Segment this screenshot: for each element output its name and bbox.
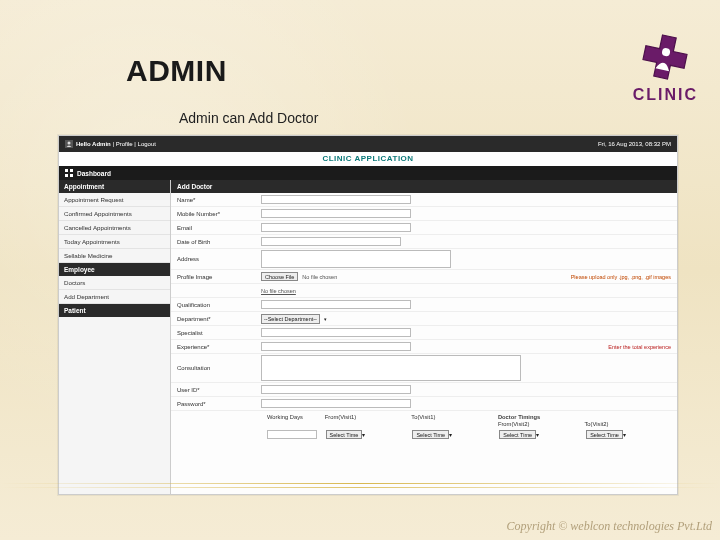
day-field[interactable] — [267, 430, 317, 439]
svg-rect-3 — [65, 169, 68, 172]
greeting-text: Hello Admin | Profile | Logout — [76, 141, 156, 147]
consultation-field[interactable] — [261, 355, 521, 381]
label-mobile: Mobile Number* — [171, 211, 261, 217]
mobile-field[interactable] — [261, 209, 411, 218]
sidebar-item[interactable]: Sellable Medicine — [59, 249, 170, 263]
user-greeting: Hello Admin | Profile | Logout — [65, 140, 156, 148]
col-from2: From(Visit2) — [498, 420, 585, 428]
sidebar-item[interactable]: Appointment Request — [59, 193, 170, 207]
form-head: Add Doctor — [171, 180, 677, 193]
label-name: Name* — [171, 197, 261, 203]
sidebar-item-doctors[interactable]: Doctors — [59, 276, 170, 290]
svg-rect-5 — [65, 174, 68, 177]
userid-field[interactable] — [261, 385, 411, 394]
label-email: Email — [171, 225, 261, 231]
no-file-text: No file chosen — [302, 274, 337, 280]
name-field[interactable] — [261, 195, 411, 204]
no-file-link[interactable]: No file chosen — [261, 288, 296, 294]
choose-file-button[interactable]: Choose File — [261, 272, 298, 281]
address-field[interactable] — [261, 250, 451, 268]
label-address: Address — [171, 256, 261, 262]
slide-subtitle: Admin can Add Doctor — [179, 110, 318, 126]
avatar-icon — [65, 140, 73, 148]
app-screenshot: Hello Admin | Profile | Logout Fri, 16 A… — [58, 135, 678, 495]
department-select[interactable]: --Select Department-- — [261, 314, 320, 324]
label-consultation: Consultation — [171, 365, 261, 371]
decorative-line — [0, 483, 720, 484]
svg-point-2 — [68, 142, 71, 145]
brand-logo: CLINIC — [633, 30, 698, 104]
to2-select[interactable]: Select Time — [586, 430, 623, 439]
specialist-field[interactable] — [261, 328, 411, 337]
sidebar: Appointment Appointment Request Confirme… — [59, 180, 171, 494]
email-field[interactable] — [261, 223, 411, 232]
label-specialist: Specialist — [171, 330, 261, 336]
sidebar-head-appointment: Appointment — [59, 180, 170, 193]
dashboard-icon — [65, 169, 73, 177]
sidebar-item[interactable]: Today Appointments — [59, 235, 170, 249]
password-field[interactable] — [261, 399, 411, 408]
datetime-text: Fri, 16 Aug 2013, 08:32 PM — [598, 141, 671, 147]
from2-select[interactable]: Select Time — [499, 430, 536, 439]
from1-select[interactable]: Select Time — [326, 430, 363, 439]
dob-field[interactable] — [261, 237, 401, 246]
decorative-line — [0, 487, 720, 488]
dashboard-label: Dashboard — [77, 170, 111, 177]
label-department: Department* — [171, 316, 261, 322]
copyright-text: Copyright © weblcon technologies Pvt.Ltd — [507, 519, 712, 534]
sidebar-head-employee: Employee — [59, 263, 170, 276]
label-userid: User ID* — [171, 387, 261, 393]
slide: ADMIN Admin can Add Doctor CLINIC Hello … — [0, 0, 720, 540]
app-title: CLINIC APPLICATION — [59, 152, 677, 166]
sidebar-item-add-department[interactable]: Add Department — [59, 290, 170, 304]
schedule-block: Working Days From(Visit1) To(Visit1) Doc… — [171, 411, 677, 443]
brand-text: CLINIC — [633, 86, 698, 104]
to1-select[interactable]: Select Time — [412, 430, 449, 439]
col-to2: To(Visit2) — [584, 420, 671, 428]
qualification-field[interactable] — [261, 300, 411, 309]
topbar: Hello Admin | Profile | Logout Fri, 16 A… — [59, 136, 677, 152]
sidebar-item[interactable]: Cancelled Appointments — [59, 221, 170, 235]
label-qualification: Qualification — [171, 302, 261, 308]
image-note: Please upload only .jpg, .png, .gif imag… — [571, 274, 671, 280]
label-dob: Date of Birth — [171, 239, 261, 245]
experience-note: Enter the total experience — [608, 344, 671, 350]
app-body: Appointment Appointment Request Confirme… — [59, 180, 677, 494]
label-profile-image: Profile Image — [171, 274, 261, 280]
form-panel: Add Doctor Name* Mobile Number* Email Da… — [171, 180, 677, 494]
sidebar-head-patient: Patient — [59, 304, 170, 317]
clinic-plus-icon — [638, 30, 692, 84]
label-experience: Experience* — [171, 344, 261, 350]
svg-rect-4 — [70, 169, 73, 172]
dashboard-bar: Dashboard — [59, 166, 677, 180]
sidebar-item[interactable]: Confirmed Appointments — [59, 207, 170, 221]
svg-rect-6 — [70, 174, 73, 177]
experience-field[interactable] — [261, 342, 411, 351]
slide-title: ADMIN — [126, 54, 227, 88]
label-password: Password* — [171, 401, 261, 407]
